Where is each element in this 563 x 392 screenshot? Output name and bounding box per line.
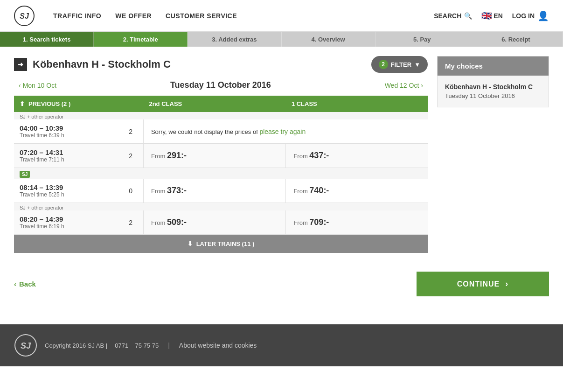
current-date: Tuesday 11 October 2016 — [170, 80, 271, 90]
progress-bar: 1. Search tickets 2. Timetable 3. Added … — [0, 32, 563, 47]
chevron-right-icon: › — [505, 279, 508, 289]
copyright-text: Copyright 2016 SJ AB | — [45, 342, 107, 349]
language-button[interactable]: 🇬🇧 EN — [481, 11, 502, 21]
cookies-label: About website and cookies — [179, 342, 257, 349]
header-right: SEARCH 🔍 🇬🇧 EN LOG IN 👤 — [434, 10, 549, 21]
time-range-3: 08:14 – 13:39 — [20, 183, 112, 191]
price-1st-4: From 709:- — [286, 210, 428, 235]
back-button[interactable]: ‹ Back — [14, 280, 36, 288]
footer-logo: SJ — [14, 334, 37, 357]
changes-2: 2 — [118, 144, 143, 168]
changes-3: 0 — [118, 179, 143, 203]
operator-row-3: SJ — [14, 168, 428, 179]
col-1st-class: 1 CLASS — [286, 96, 428, 112]
filter-badge: 2 — [379, 60, 388, 69]
cookies-link[interactable]: About website and cookies — [179, 342, 257, 349]
progress-step-3[interactable]: 3. Added extras — [188, 32, 281, 47]
filter-label: FILTER — [391, 61, 412, 68]
train-table: ⬆ PREVIOUS (2 ) 2nd CLASS 1 CLASS SJ + o… — [14, 96, 428, 253]
main-content: ➜ Köbenhavn H - Stockholm C 2 FILTER ▼ ‹… — [0, 47, 563, 262]
changes-4: 2 — [118, 210, 143, 235]
main-nav: TRAFFIC INFO WE OFFER CUSTOMER SERVICE — [53, 12, 434, 20]
next-date-button[interactable]: Wed 12 Oct › — [385, 82, 423, 89]
svg-text:SJ: SJ — [20, 12, 29, 20]
nav-customer-service[interactable]: CUSTOMER SERVICE — [166, 12, 237, 20]
left-panel: ➜ Köbenhavn H - Stockholm C 2 FILTER ▼ ‹… — [14, 56, 428, 253]
header: SJ TRAFFIC INFO WE OFFER CUSTOMER SERVIC… — [0, 0, 563, 32]
time-cell-4: 08:20 – 14:39 Travel time 6:19 h — [14, 210, 118, 235]
my-choices-header: My choices — [438, 56, 549, 76]
lang-label: EN — [493, 12, 502, 20]
progress-step-6[interactable]: 6. Receipt — [469, 32, 563, 47]
prev-date-label: Mon 10 Oct — [23, 82, 56, 89]
please-try-again-link[interactable]: please try again — [259, 128, 306, 135]
svg-text:SJ: SJ — [21, 341, 31, 350]
progress-step-5[interactable]: 5. Pay — [375, 32, 469, 47]
later-trains-row: ⬇ LATER TRAINS (11 ) — [14, 235, 428, 253]
operator-label-1: SJ + other operator — [14, 112, 428, 119]
bottom-navigation: ‹ Back CONTINUE › — [0, 262, 563, 306]
nav-traffic-info[interactable]: TRAFFIC INFO — [53, 12, 101, 20]
travel-time-4: Travel time 6:19 h — [20, 223, 112, 230]
chevron-down-icon: ⬇ — [188, 240, 193, 247]
route-header: ➜ Köbenhavn H - Stockholm C 2 FILTER ▼ — [14, 56, 428, 73]
table-row[interactable]: 08:20 – 14:39 Travel time 6:19 h 2 From … — [14, 210, 428, 235]
phone-text: 0771 – 75 75 75 — [115, 342, 159, 349]
continue-label: CONTINUE — [457, 280, 500, 288]
price-error-text: Sorry, we could not display the prices o… — [151, 128, 259, 135]
price-2nd-4: From 509:- — [143, 210, 285, 235]
table-row[interactable]: 04:00 – 10:39 Travel time 6:39 h 2 Sorry… — [14, 119, 428, 144]
travel-time-2: Travel time 7:11 h — [20, 156, 112, 163]
back-label: Back — [19, 280, 36, 288]
time-range-2: 07:20 – 14:31 — [20, 148, 112, 156]
login-button[interactable]: LOG IN 👤 — [512, 10, 549, 21]
footer: SJ Copyright 2016 SJ AB | 0771 – 75 75 7… — [0, 324, 563, 366]
chevron-up-icon: ⬆ — [20, 100, 25, 107]
my-choices-body: Köbenhavn H - Stockholm C Tuesday 11 Oct… — [438, 76, 549, 107]
col-other — [118, 96, 143, 112]
search-icon: 🔍 — [464, 12, 472, 20]
route-arrow-icon: ➜ — [14, 58, 27, 71]
continue-button[interactable]: CONTINUE › — [417, 272, 549, 296]
time-range-4: 08:20 – 14:39 — [20, 215, 112, 223]
filter-button[interactable]: 2 FILTER ▼ — [371, 56, 428, 73]
previous-trains-label: PREVIOUS (2 ) — [28, 100, 70, 107]
table-row[interactable]: 08:14 – 13:39 Travel time 5:25 h 0 From … — [14, 179, 428, 203]
table-header-row: ⬆ PREVIOUS (2 ) 2nd CLASS 1 CLASS — [14, 96, 428, 112]
date-navigation: ‹ Mon 10 Oct Tuesday 11 October 2016 Wed… — [14, 80, 428, 90]
footer-separator: | — [168, 342, 170, 349]
travel-time-1: Travel time 6:39 h — [20, 132, 112, 139]
next-date-label: Wed 12 Oct — [385, 82, 419, 89]
operator-row-1: SJ + other operator — [14, 112, 428, 119]
chevron-left-icon: ‹ — [14, 280, 16, 288]
sj-badge: SJ — [20, 171, 30, 178]
logo[interactable]: SJ — [14, 6, 35, 26]
time-cell-1: 04:00 – 10:39 Travel time 6:39 h — [14, 119, 118, 144]
time-range-1: 04:00 – 10:39 — [20, 124, 112, 132]
chevron-left-icon: ‹ — [19, 82, 21, 89]
search-button[interactable]: SEARCH 🔍 — [434, 12, 472, 20]
flag-icon: 🇬🇧 — [481, 11, 492, 21]
operator-label-4: SJ + other operator — [14, 203, 428, 211]
prev-date-button[interactable]: ‹ Mon 10 Oct — [19, 82, 56, 89]
price-error-cell: Sorry, we could not display the prices o… — [143, 119, 428, 144]
previous-trains-button[interactable]: ⬆ PREVIOUS (2 ) — [20, 100, 112, 107]
login-label: LOG IN — [512, 12, 535, 20]
progress-step-4[interactable]: 4. Overview — [282, 32, 375, 47]
table-row[interactable]: 07:20 – 14:31 Travel time 7:11 h 2 From … — [14, 144, 428, 168]
person-icon: 👤 — [537, 10, 549, 21]
travel-time-3: Travel time 5:25 h — [20, 191, 112, 198]
chevron-down-icon: ▼ — [414, 61, 420, 68]
right-panel: My choices Köbenhavn H - Stockholm C Tue… — [437, 56, 549, 253]
nav-we-offer[interactable]: WE OFFER — [115, 12, 152, 20]
price-1st-3: From 740:- — [286, 179, 428, 203]
progress-step-1[interactable]: 1. Search tickets — [0, 32, 94, 47]
route-title: Köbenhavn H - Stockholm C — [33, 58, 366, 70]
price-2nd-3: From 373:- — [143, 179, 285, 203]
chevron-right-icon: › — [421, 82, 423, 89]
later-trains-label: LATER TRAINS (11 ) — [196, 240, 255, 247]
later-trains-button[interactable]: ⬇ LATER TRAINS (11 ) — [14, 235, 428, 253]
choice-route: Köbenhavn H - Stockholm C — [445, 83, 541, 91]
price-2nd-2: From 291:- — [143, 144, 285, 168]
progress-step-2[interactable]: 2. Timetable — [94, 32, 188, 47]
